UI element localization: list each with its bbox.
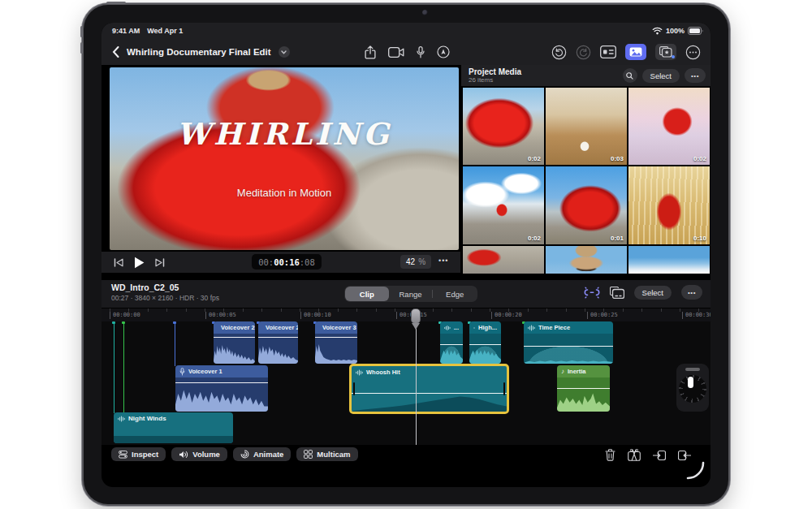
- back-button[interactable]: [112, 46, 119, 58]
- viewer-more-button[interactable]: •••: [438, 257, 448, 265]
- waveform: [175, 385, 268, 412]
- clip-marker: [173, 321, 176, 324]
- waveform: [557, 392, 610, 412]
- clip-label: Voiceover 1: [188, 368, 222, 375]
- audio-clip-whoosh-selected[interactable]: Whoosh Hit: [349, 364, 509, 414]
- animate-button[interactable]: Animate: [233, 447, 291, 461]
- waveform: [258, 339, 298, 364]
- segment-edge[interactable]: Edge: [433, 287, 477, 301]
- microphone-icon[interactable]: [417, 46, 425, 58]
- waveform-icon: [118, 416, 125, 422]
- audio-clip-inertia[interactable]: ♪ Inertia: [557, 365, 610, 412]
- media-thumbnail[interactable]: [628, 246, 710, 274]
- timecode-display: 00:00:16:08: [252, 254, 322, 270]
- waveform: [524, 354, 613, 364]
- snapping-icon[interactable]: [584, 287, 600, 299]
- speaker-icon: [179, 451, 188, 459]
- volume-line[interactable]: [258, 337, 298, 338]
- audio-clip-high[interactable]: High...: [469, 321, 501, 364]
- insert-left-icon[interactable]: [653, 450, 666, 461]
- media-thumbnail[interactable]: 0:01: [546, 166, 627, 244]
- zoom-unit: %: [418, 257, 425, 266]
- audio-clip-voiceover1[interactable]: Voiceover 1: [175, 365, 268, 412]
- multicam-label: Multicam: [317, 450, 350, 459]
- split-clip-icon[interactable]: [628, 449, 641, 461]
- media-thumbnail[interactable]: [546, 246, 627, 274]
- inspect-label: Inspect: [132, 450, 158, 459]
- volume-line[interactable]: [524, 346, 613, 347]
- jog-wheel-grip[interactable]: [685, 368, 700, 371]
- title-chevron-down-icon[interactable]: [279, 46, 290, 58]
- audio-clip-truncated[interactable]: ...: [440, 321, 463, 364]
- effects-badge-dot: [672, 55, 675, 58]
- insert-right-icon[interactable]: [678, 450, 691, 461]
- screen: 9:41 AM Wed Apr 1 100% Whirl: [102, 23, 710, 487]
- playhead-handle[interactable]: [411, 308, 421, 324]
- browser-item-count: 26 items: [469, 76, 493, 84]
- play-button[interactable]: [134, 257, 145, 269]
- camera-icon[interactable]: [388, 47, 404, 58]
- volume-button[interactable]: Volume: [171, 447, 227, 461]
- volume-line[interactable]: [315, 337, 357, 338]
- top-chrome: 9:41 AM Wed Apr 1 100% Whirl: [102, 23, 710, 65]
- status-date: Wed Apr 1: [147, 27, 183, 35]
- pointer-circle-icon[interactable]: [437, 45, 450, 58]
- media-thumbnail[interactable]: [463, 246, 544, 274]
- clip-label: Inertia: [568, 368, 586, 375]
- timeline-view-icon[interactable]: [610, 287, 624, 299]
- viewer-title-text: WHIRLING: [110, 116, 459, 152]
- jog-wheel-pointer: [688, 377, 693, 388]
- audio-clip-timepiece[interactable]: Time Piece: [524, 321, 613, 364]
- volume-line[interactable]: [175, 382, 268, 383]
- delete-icon[interactable]: [605, 449, 615, 461]
- jog-wheel[interactable]: [676, 364, 709, 412]
- timeline-ruler[interactable]: 00:00:00 00:00:05 00:00:10 00:00:15 00:0…: [102, 308, 710, 321]
- volume-line[interactable]: [214, 337, 255, 338]
- search-icon[interactable]: [623, 68, 637, 83]
- corner-swipe-indicator[interactable]: [686, 461, 706, 481]
- audio-clip-voiceover2[interactable]: Voiceover 2: [214, 321, 255, 364]
- audio-clip-nightwinds[interactable]: Night Winds: [114, 412, 233, 443]
- clip-label: Voiceover 2: [266, 324, 298, 331]
- undo-icon[interactable]: [551, 45, 567, 60]
- media-thumbnail[interactable]: 0:02: [463, 166, 544, 244]
- share-icon[interactable]: [365, 45, 376, 59]
- browser-more-button[interactable]: •••: [685, 68, 706, 83]
- next-frame-button[interactable]: [155, 258, 165, 267]
- clip-label: Time Piece: [538, 324, 570, 331]
- inspect-button[interactable]: Inspect: [111, 447, 166, 461]
- timecode-hours: 00:: [258, 257, 274, 267]
- media-browser-icon[interactable]: [625, 44, 646, 60]
- timeline-clip-name: WD_Intro_C2_05: [111, 283, 179, 292]
- effects-star-icon[interactable]: [655, 44, 676, 60]
- media-thumbnail[interactable]: 0:02: [463, 88, 544, 165]
- segment-range[interactable]: Range: [389, 287, 433, 301]
- fade-strip: [114, 436, 233, 443]
- more-options-icon[interactable]: [685, 45, 701, 60]
- inspector-panel-icon[interactable]: [600, 45, 616, 58]
- ruler-tick: 00:00:30: [682, 312, 710, 319]
- browser-select-button[interactable]: Select: [642, 69, 680, 83]
- volume-line[interactable]: [440, 344, 463, 345]
- audio-clip-voiceover3[interactable]: Voiceover 3: [315, 321, 357, 364]
- segment-clip[interactable]: Clip: [345, 287, 389, 301]
- previous-frame-button[interactable]: [114, 258, 123, 267]
- timeline-more-button[interactable]: •••: [681, 285, 702, 300]
- project-media-panel: Project Media 26 items Select ••• 0:02 0…: [461, 65, 710, 274]
- redo-icon: [576, 45, 591, 60]
- media-thumbnail[interactable]: 0:03: [546, 88, 627, 165]
- volume-label: Volume: [192, 450, 220, 459]
- media-thumbnail[interactable]: 0:02: [628, 88, 710, 165]
- viewer-zoom-control[interactable]: 42 %: [400, 255, 431, 269]
- trim-handle-right[interactable]: [503, 382, 505, 395]
- volume-line[interactable]: [557, 388, 610, 389]
- media-thumbnail[interactable]: 0:10: [628, 166, 710, 244]
- ruler-tick: 00:00:05: [205, 312, 236, 319]
- timeline-select-button[interactable]: Select: [634, 286, 672, 300]
- trim-handle-left[interactable]: [353, 382, 355, 395]
- viewer-subtitle-text: Meditation in Motion: [110, 187, 459, 199]
- audio-clip-voiceover2b[interactable]: Voiceover 2: [258, 321, 298, 364]
- clip-marker: [112, 321, 115, 324]
- volume-line[interactable]: [469, 344, 501, 345]
- multicam-button[interactable]: Multicam: [296, 447, 357, 461]
